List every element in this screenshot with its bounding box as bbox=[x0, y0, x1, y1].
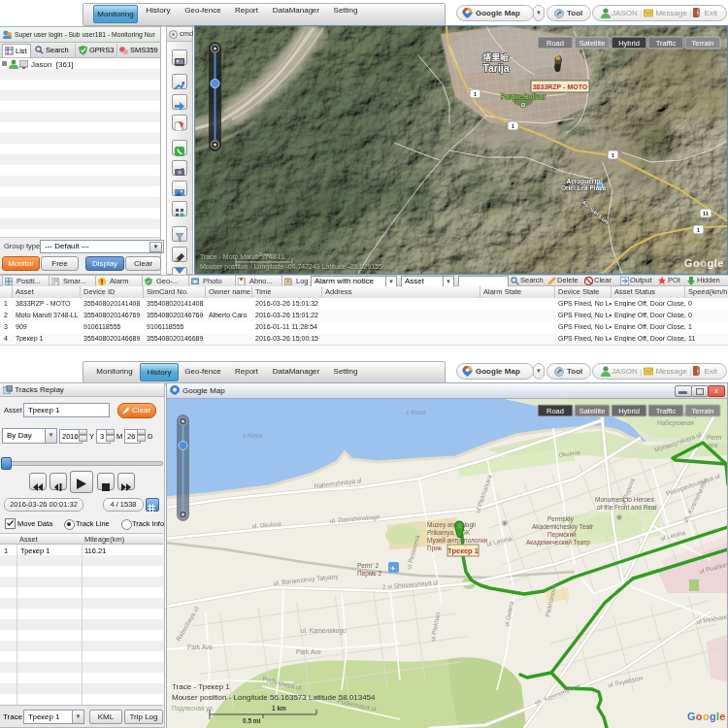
svg-text:Пермский: Пермский bbox=[547, 531, 577, 539]
svg-text:Parque Bolivar: Parque Bolivar bbox=[501, 93, 546, 101]
svg-text:0.5 mi: 0.5 mi bbox=[243, 717, 261, 724]
svg-text:ul. Kamenskogo: ul. Kamenskogo bbox=[301, 627, 347, 635]
svg-text:Perm' 2: Perm' 2 bbox=[357, 562, 380, 569]
svg-text:Traffic: Traffic bbox=[656, 39, 677, 48]
svg-text:Permskiy: Permskiy bbox=[547, 515, 574, 523]
svg-text:Прик: Прик bbox=[427, 545, 442, 552]
svg-text:Prikamya, PGK: Prikamya, PGK bbox=[427, 529, 471, 537]
svg-text:Terrain: Terrain bbox=[692, 39, 714, 48]
svg-text:2 km: 2 km bbox=[259, 251, 271, 257]
svg-text:Muzey anтрologii: Muzey anтрologii bbox=[427, 521, 476, 529]
svg-text:塔里哈: 塔里哈 bbox=[482, 52, 510, 62]
svg-text:1 km: 1 km bbox=[272, 705, 286, 711]
svg-text:Hybrid: Hybrid bbox=[618, 39, 640, 48]
svg-text:Traffic: Traffic bbox=[656, 407, 677, 415]
svg-text:г Кама: г Кама bbox=[243, 432, 263, 439]
svg-text:Trace - Moto Maruti 3748-LL: Trace - Moto Maruti 3748-LL bbox=[200, 253, 286, 260]
svg-text:Park Ave: Park Ave bbox=[187, 644, 213, 650]
svg-text:Park Ave: Park Ave bbox=[296, 648, 321, 655]
svg-text:Google: Google bbox=[687, 711, 726, 722]
svg-text:Perm: Perm bbox=[707, 434, 722, 441]
svg-text:Hybrid: Hybrid bbox=[618, 407, 640, 415]
svg-text:Пермь 2: Пермь 2 bbox=[357, 570, 382, 578]
svg-text:Академический Театр: Академический Театр bbox=[526, 539, 590, 546]
svg-text:tea: tea bbox=[709, 442, 717, 448]
svg-text:Satellite: Satellite bbox=[579, 407, 606, 415]
svg-text:✈: ✈ bbox=[390, 565, 396, 572]
svg-text:Tarija: Tarija bbox=[482, 62, 509, 74]
svg-text:Akademicheskiy Teatr: Akademicheskiy Teatr bbox=[532, 523, 594, 531]
svg-text:Road: Road bbox=[546, 39, 564, 48]
svg-text:Подлесная ул: Подлесная ул bbox=[172, 705, 213, 712]
svg-text:г Кама: г Кама bbox=[406, 409, 426, 415]
svg-text:11: 11 bbox=[703, 211, 710, 216]
svg-text:Музей антропологии: Музей антропологии bbox=[427, 537, 488, 545]
svg-text:Road: Road bbox=[546, 407, 564, 415]
svg-text:Satellite: Satellite bbox=[579, 39, 606, 48]
svg-text:Terrain: Terrain bbox=[692, 407, 714, 415]
svg-text:3833RZP - MOTO: 3833RZP - MOTO bbox=[533, 83, 588, 90]
svg-text:Mouser position - Longitude -6: Mouser position - Longitude -64.747249 L… bbox=[200, 263, 382, 271]
svg-text:Trace - Трекер 1: Trace - Трекер 1 bbox=[172, 682, 230, 691]
svg-text:Трекер 1: Трекер 1 bbox=[447, 546, 479, 555]
svg-text:of the Front and Rear: of the Front and Rear bbox=[597, 504, 658, 511]
svg-text:Набережная: Набережная bbox=[657, 419, 694, 427]
svg-text:Google: Google bbox=[684, 257, 724, 269]
svg-text:Monument to Heroes: Monument to Heroes bbox=[595, 496, 654, 503]
svg-text:Mouser position - Longitude 56: Mouser position - Longitude 56.163573 La… bbox=[172, 693, 376, 702]
